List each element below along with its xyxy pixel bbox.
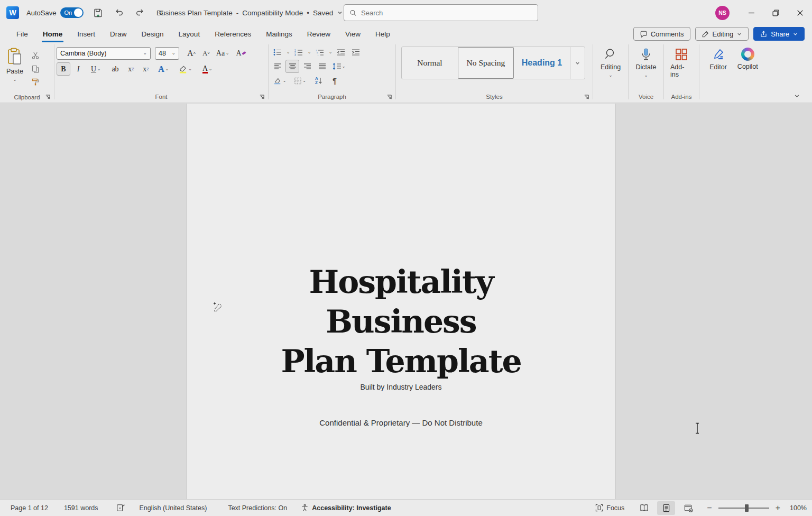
document-heading[interactable]: Hospitality Business Plan Template <box>187 262 615 381</box>
text-effects-button[interactable]: A⌄ <box>154 62 174 76</box>
format-painter-button[interactable] <box>29 75 42 88</box>
document-page[interactable]: Hospitality Business Plan Template Built… <box>186 104 616 499</box>
style-normal[interactable]: Normal <box>402 47 458 79</box>
search-input[interactable] <box>361 9 532 17</box>
comments-button[interactable]: Comments <box>633 27 690 41</box>
word-count-status[interactable]: 1591 words <box>61 500 102 516</box>
copilot-margin-button[interactable] <box>211 300 223 313</box>
tab-layout[interactable]: Layout <box>172 27 207 41</box>
language-status[interactable]: English (United States) <box>136 500 210 516</box>
copilot-button[interactable]: Copilot <box>733 44 762 91</box>
line-spacing-button[interactable]: ⌄ <box>330 60 349 73</box>
cut-button[interactable] <box>29 49 42 62</box>
avatar[interactable]: NS <box>715 6 730 20</box>
editing-mode-button[interactable]: Editing <box>695 27 749 41</box>
autosave-switch[interactable]: On <box>60 7 84 18</box>
align-right-button[interactable] <box>300 60 314 73</box>
addins-button[interactable]: Add-ins <box>666 44 697 91</box>
editing-button[interactable]: Editing ⌄ <box>596 44 625 91</box>
italic-button[interactable]: I <box>71 62 85 76</box>
font-dialog-launcher[interactable] <box>259 94 265 100</box>
style-no-spacing[interactable]: No Spacing <box>458 47 514 79</box>
tab-design[interactable]: Design <box>135 27 171 41</box>
align-left-button[interactable] <box>271 60 284 73</box>
style-heading-1[interactable]: Heading 1 <box>514 47 570 79</box>
zoom-slider-thumb[interactable] <box>745 504 749 512</box>
multilevel-dropdown[interactable]: ⌄ <box>328 50 333 54</box>
tab-mailings[interactable]: Mailings <box>259 27 299 41</box>
search-box[interactable] <box>344 4 538 21</box>
undo-button[interactable] <box>112 6 126 20</box>
print-layout-button[interactable] <box>657 501 675 515</box>
highlight-color-button[interactable]: ⌄ <box>175 62 196 76</box>
tab-file[interactable]: File <box>10 27 35 41</box>
save-button[interactable] <box>91 6 105 20</box>
borders-button[interactable]: ⌄ <box>291 74 310 87</box>
subscript-button[interactable]: x2 <box>124 62 138 76</box>
underline-button[interactable]: U⌄ <box>86 62 106 76</box>
document-notice[interactable]: Confidential & Proprietary — Do Not Dist… <box>187 418 615 427</box>
multilevel-list-button[interactable]: 1ai <box>313 45 327 59</box>
styles-dialog-launcher[interactable] <box>584 94 589 100</box>
numbering-button[interactable]: 123 <box>292 45 306 59</box>
zoom-slider[interactable] <box>718 508 769 509</box>
editor-button[interactable]: Editor <box>705 44 731 91</box>
dictate-button[interactable]: Dictate ⌄ <box>632 44 661 91</box>
font-family-select[interactable]: Cambria (Body) ⌄ <box>57 47 151 60</box>
restore-button[interactable] <box>763 0 788 25</box>
clear-formatting-button[interactable]: A <box>233 47 249 60</box>
sort-button[interactable]: AZ <box>311 74 327 87</box>
document-subtitle[interactable]: Built by Industry Leaders <box>187 383 615 391</box>
tab-home[interactable]: Home <box>36 27 70 41</box>
superscript-button[interactable]: x2 <box>139 62 153 76</box>
zoom-in-button[interactable]: + <box>773 503 782 513</box>
strikethrough-button[interactable]: ab <box>107 62 123 76</box>
share-button[interactable]: Share <box>753 27 805 41</box>
grow-font-button[interactable]: A˄ <box>184 47 198 60</box>
bold-button[interactable]: B <box>57 62 70 76</box>
clipboard-dialog-launcher[interactable] <box>45 94 51 100</box>
paste-button[interactable]: Paste ⌄ <box>2 44 27 91</box>
bullets-dropdown[interactable]: ⌄ <box>285 50 291 54</box>
tab-view[interactable]: View <box>338 27 367 41</box>
tab-draw[interactable]: Draw <box>103 27 134 41</box>
read-mode-button[interactable] <box>635 501 653 515</box>
show-hide-pilcrow-button[interactable]: ¶ <box>328 74 342 87</box>
zoom-out-button[interactable]: − <box>705 503 714 513</box>
page-number-status[interactable]: Page 1 of 12 <box>0 500 51 516</box>
font-color-button[interactable]: A⌄ <box>197 62 218 76</box>
font-size-select[interactable]: 48 ⌄ <box>155 47 179 60</box>
tab-references[interactable]: References <box>208 27 258 41</box>
close-button[interactable] <box>788 0 812 25</box>
focus-button[interactable]: Focus <box>592 500 628 516</box>
copy-button[interactable] <box>29 62 42 75</box>
accessibility-status[interactable]: Accessibility: Investigate <box>298 500 394 516</box>
text-predictions-status[interactable]: Text Predictions: On <box>225 500 290 516</box>
shrink-font-button[interactable]: A˅ <box>199 47 213 60</box>
proofing-status[interactable] <box>113 500 128 516</box>
document-title-area[interactable]: Business Plan Template - Compatibility M… <box>156 0 343 25</box>
styles-more-button[interactable] <box>570 47 585 79</box>
align-center-button[interactable] <box>285 60 299 73</box>
zoom-level[interactable]: 100% <box>782 504 807 512</box>
paragraph-dialog-launcher[interactable] <box>386 94 392 100</box>
autosave-toggle[interactable]: AutoSave On <box>26 7 84 18</box>
collapse-ribbon-button[interactable] <box>793 93 800 99</box>
shading-button[interactable]: ⌄ <box>271 74 290 87</box>
increase-indent-button[interactable] <box>349 45 363 59</box>
redo-button[interactable] <box>133 6 147 20</box>
minimize-button[interactable] <box>739 0 763 25</box>
numbering-dropdown[interactable]: ⌄ <box>307 50 312 54</box>
tab-insert[interactable]: Insert <box>70 27 102 41</box>
change-case-button[interactable]: Aa⌄ <box>214 47 232 60</box>
justify-button[interactable] <box>315 60 329 73</box>
decrease-indent-button[interactable] <box>334 45 348 59</box>
font-group: Cambria (Body) ⌄ 48 ⌄ A˄ A˅ Aa⌄ <box>54 42 268 103</box>
tab-review[interactable]: Review <box>300 27 337 41</box>
copilot-icon <box>741 48 754 61</box>
addins-icon <box>675 48 688 61</box>
bullets-button[interactable] <box>271 45 284 59</box>
chevron-down-icon: ⌄ <box>644 73 648 78</box>
tab-help[interactable]: Help <box>368 27 397 41</box>
web-layout-button[interactable] <box>679 501 697 515</box>
